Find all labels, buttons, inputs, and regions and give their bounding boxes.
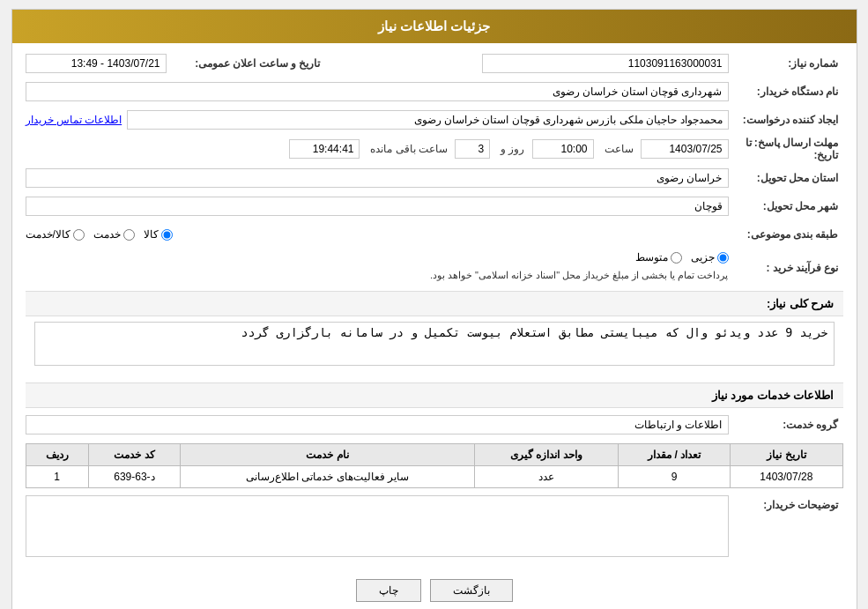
- purchase-type-options: متوسط جزیی: [635, 251, 729, 264]
- category-radio-khedmat[interactable]: [123, 229, 135, 241]
- purchase-type-label: نوع فرآیند خرید :: [729, 262, 843, 274]
- col-service-name-header: نام خدمت: [181, 444, 475, 466]
- announcement-date-label: تاریخ و ساعت اعلان عمومی:: [167, 57, 325, 70]
- requester-value: محمدجواد حاجیان ملکی بازرس شهرداری قوچان…: [127, 110, 728, 130]
- category-label-kala: کالا: [144, 228, 159, 241]
- deadline-value-col: 1403/07/25 ساعت 10:00 روز و 3 ساعت باقی …: [26, 139, 729, 159]
- announcement-date-value: 1403/07/21 - 13:49: [26, 54, 167, 73]
- delivery-city-label: شهر محل تحویل:: [729, 200, 843, 212]
- general-description-title: شرح کلی نیاز:: [767, 297, 835, 310]
- buyer-notes-row: توضیحات خریدار:: [26, 495, 843, 560]
- services-table: تاریخ نیاز تعداد / مقدار واحد اندازه گیر…: [26, 443, 843, 488]
- cell-date: 1403/07/28: [731, 466, 842, 488]
- col-unit-header: واحد اندازه گیری: [474, 444, 618, 466]
- cell-quantity: 9: [618, 466, 730, 488]
- deadline-row: مهلت ارسال پاسخ: تا تاریخ: 1403/07/25 سا…: [26, 137, 843, 161]
- announcement-date-value-col: 1403/07/21 - 13:49: [26, 54, 167, 73]
- category-options-col: کالا/خدمت خدمت کالا: [26, 228, 729, 241]
- services-table-section: تاریخ نیاز تعداد / مقدار واحد اندازه گیر…: [26, 443, 843, 488]
- cell-service-code: د-63-639: [88, 466, 181, 488]
- category-row: طبقه بندی موضوعی: کالا/خدمت خدمت کالا: [26, 223, 843, 246]
- col-service-code-header: کد خدمت: [88, 444, 181, 466]
- need-number-value: 1103091163000031: [482, 54, 729, 73]
- requester-row: ایجاد کننده درخواست: محمدجواد حاجیان ملک…: [26, 108, 843, 131]
- print-button[interactable]: چاپ: [356, 579, 421, 602]
- deadline-time-label: ساعت: [605, 143, 634, 155]
- purchase-type-jozee: جزیی: [691, 251, 729, 264]
- purchase-type-label-jozee: جزیی: [691, 251, 715, 264]
- general-description-textarea[interactable]: [34, 322, 835, 366]
- delivery-province-value: خراسان رضوی: [26, 168, 729, 188]
- category-label: طبقه بندی موضوعی:: [729, 228, 843, 241]
- deadline-remaining: 19:44:41: [289, 139, 360, 159]
- need-number-label: شماره نیاز:: [729, 57, 843, 70]
- table-header-row: تاریخ نیاز تعداد / مقدار واحد اندازه گیر…: [26, 444, 842, 466]
- purchase-type-radio-jozee[interactable]: [717, 252, 729, 264]
- cell-unit: عدد: [474, 466, 618, 488]
- category-radio-kala-khedmat[interactable]: [73, 229, 85, 241]
- deadline-label: مهلت ارسال پاسخ: تا تاریخ:: [729, 137, 843, 161]
- buyer-org-value: شهرداری قوچان استان خراسان رضوی: [26, 82, 729, 101]
- purchase-type-motavasset: متوسط: [635, 251, 682, 264]
- deadline-days-label: روز و: [501, 143, 524, 155]
- col-row-num-header: ردیف: [26, 444, 88, 466]
- deadline-remaining-label: ساعت باقی مانده: [370, 143, 448, 155]
- delivery-province-label: استان محل تحویل:: [729, 172, 843, 184]
- purchase-type-label-motavasset: متوسط: [635, 251, 668, 264]
- delivery-city-value: قوچان: [26, 197, 729, 216]
- content-area: شماره نیاز: 1103091163000031 تاریخ و ساع…: [12, 43, 857, 609]
- main-container: جزئیات اطلاعات نیاز شماره نیاز: 11030911…: [11, 9, 857, 609]
- back-button[interactable]: بازگشت: [430, 579, 513, 602]
- buyer-org-row: نام دستگاه خریدار: شهرداری قوچان استان خ…: [26, 80, 843, 103]
- service-group-row: گروه خدمت: اطلاعات و ارتباطات: [26, 413, 843, 436]
- buyer-notes-label: توضیحات خریدار:: [729, 495, 843, 511]
- table-row: 1403/07/28 9 عدد سایر فعالیت‌های خدماتی …: [26, 466, 842, 488]
- need-number-row: شماره نیاز: 1103091163000031 تاریخ و ساع…: [26, 52, 843, 75]
- page-title: جزئیات اطلاعات نیاز: [378, 19, 490, 33]
- buyer-org-label: نام دستگاه خریدار:: [729, 85, 843, 98]
- purchase-notice: پرداخت تمام یا بخشی از مبلغ خریداز محل "…: [430, 267, 729, 284]
- requester-value-col: محمدجواد حاجیان ملکی بازرس شهرداری قوچان…: [26, 110, 729, 130]
- deadline-date: 1403/07/25: [641, 139, 729, 159]
- category-option-kala-khedmat: کالا/خدمت: [26, 228, 85, 241]
- page-header: جزئیات اطلاعات نیاز: [12, 10, 857, 43]
- col-quantity-header: تعداد / مقدار: [618, 444, 730, 466]
- category-option-kala: کالا: [144, 228, 173, 241]
- buyer-notes-textarea[interactable]: [26, 495, 729, 557]
- buyer-org-value-col: شهرداری قوچان استان خراسان رضوی: [26, 82, 729, 101]
- buttons-row: بازگشت چاپ: [26, 568, 843, 609]
- buyer-notes-area: [26, 495, 729, 560]
- requester-label: ایجاد کننده درخواست:: [729, 114, 843, 126]
- contact-info-link[interactable]: اطلاعات تماس خریدار: [26, 114, 122, 126]
- delivery-city-value-col: قوچان: [26, 197, 729, 216]
- service-group-value-col: اطلاعات و ارتباطات: [26, 415, 729, 434]
- delivery-province-value-col: خراسان رضوی: [26, 168, 729, 188]
- purchase-type-radio-motavasset[interactable]: [671, 252, 682, 264]
- deadline-days: 3: [455, 139, 490, 159]
- col-date-header: تاریخ نیاز: [731, 444, 842, 466]
- category-label-khedmat: خدمت: [93, 228, 121, 241]
- general-description-header: شرح کلی نیاز:: [26, 291, 843, 316]
- general-description-container: [26, 322, 843, 375]
- need-number-value-col: 1103091163000031: [325, 54, 729, 73]
- category-radio-kala[interactable]: [161, 229, 173, 241]
- service-group-value: اطلاعات و ارتباطات: [26, 415, 729, 434]
- category-option-khedmat: خدمت: [93, 228, 135, 241]
- deadline-time: 10:00: [532, 139, 594, 159]
- cell-row-num: 1: [26, 466, 88, 488]
- category-label-kala-khedmat: کالا/خدمت: [26, 228, 70, 241]
- purchase-type-row: نوع فرآیند خرید : متوسط جزیی پرداخت تمام…: [26, 251, 843, 284]
- delivery-province-row: استان محل تحویل: خراسان رضوی: [26, 167, 843, 189]
- cell-service-name: سایر فعالیت‌های خدماتی اطلاع‌رسانی: [181, 466, 475, 488]
- services-section-header: اطلاعات خدمات مورد نیاز: [26, 382, 843, 408]
- purchase-type-col: متوسط جزیی پرداخت تمام یا بخشی از مبلغ خ…: [26, 251, 729, 284]
- services-section-title: اطلاعات خدمات مورد نیاز: [712, 389, 835, 402]
- delivery-city-row: شهر محل تحویل: قوچان: [26, 195, 843, 218]
- service-group-label: گروه خدمت:: [729, 419, 843, 431]
